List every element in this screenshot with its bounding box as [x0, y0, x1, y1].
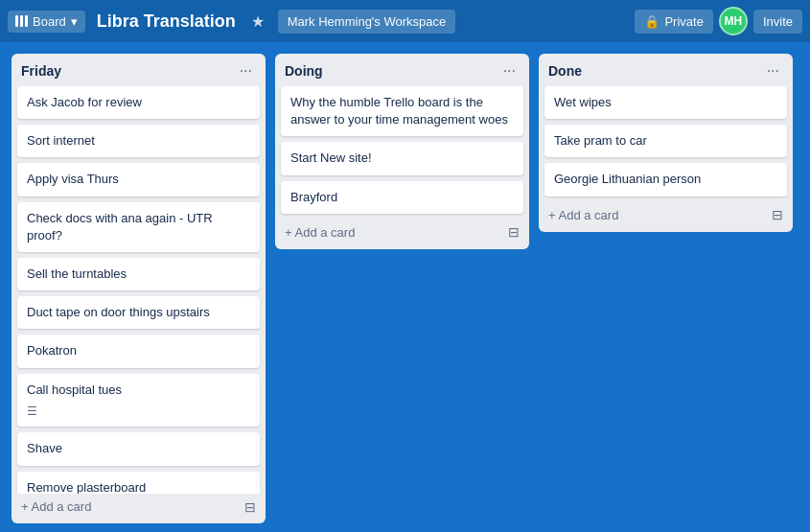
column-done: Done···Wet wipesTake pram to carGeorgie …	[539, 54, 793, 232]
card-text-c4: Check docs with ana again - UTR proof?	[27, 211, 213, 243]
column-menu-button-doing[interactable]: ···	[499, 61, 520, 81]
avatar[interactable]: MH	[719, 7, 748, 35]
board-area: Friday···Ask Jacob for reviewSort intern…	[0, 42, 810, 532]
card-d2[interactable]: Start New site!	[281, 142, 523, 174]
board-icon	[15, 15, 28, 27]
workspace-button[interactable]: Mark Hemming's Workspace	[278, 10, 456, 34]
column-title-friday: Friday	[21, 63, 61, 79]
add-card-footer-done: + Add a card⊟	[539, 202, 793, 232]
card-d3[interactable]: Brayford	[281, 181, 523, 214]
add-card-template-icon-done[interactable]: ⊟	[768, 205, 787, 224]
add-card-template-icon-doing[interactable]: ⊟	[504, 222, 523, 242]
card-text-c6: Duct tape on door things upstairs	[27, 305, 210, 319]
card-text-c10: Remove plasterboard	[27, 480, 146, 494]
add-card-footer-friday: + Add a card⊟	[12, 494, 266, 523]
column-menu-button-done[interactable]: ···	[763, 61, 783, 81]
board-title: Libra Translation	[91, 12, 242, 32]
card-c1[interactable]: Ask Jacob for review	[17, 86, 260, 119]
card-c8[interactable]: Call hospital tues☰	[17, 374, 260, 428]
card-c7[interactable]: Pokatron	[17, 335, 260, 367]
card-dn2[interactable]: Take pram to car	[544, 125, 787, 157]
add-card-template-icon-friday[interactable]: ⊟	[241, 497, 260, 517]
card-c6[interactable]: Duct tape on door things upstairs	[17, 296, 260, 329]
board-button[interactable]: Board ▾	[8, 11, 85, 33]
column-title-done: Done	[548, 63, 582, 79]
card-icon-row-c8: ☰	[27, 404, 250, 420]
invite-button[interactable]: Invite	[753, 10, 802, 34]
private-label: Private	[664, 14, 703, 29]
card-text-d3: Brayford	[290, 190, 337, 204]
board-label: Board	[33, 14, 66, 29]
card-text-c3: Apply visa Thurs	[27, 172, 119, 186]
card-text-c5: Sell the turntables	[27, 266, 127, 281]
cards-container-done: Wet wipesTake pram to carGeorgie Lithuan…	[539, 86, 793, 202]
card-text-c1: Ask Jacob for review	[27, 95, 142, 109]
add-card-button-friday[interactable]: + Add a card	[17, 496, 95, 518]
card-c5[interactable]: Sell the turntables	[17, 258, 260, 290]
description-icon: ☰	[27, 404, 37, 420]
card-text-d1: Why the humble Trello board is the answe…	[290, 95, 508, 127]
private-button[interactable]: 🔒 Private	[635, 10, 712, 34]
card-text-c7: Pokatron	[27, 343, 77, 358]
column-header-done: Done···	[539, 54, 793, 86]
card-c3[interactable]: Apply visa Thurs	[17, 163, 260, 196]
card-c2[interactable]: Sort internet	[17, 125, 260, 157]
card-text-c2: Sort internet	[27, 133, 95, 148]
add-card-button-doing[interactable]: + Add a card	[281, 221, 359, 243]
add-card-footer-doing: + Add a card⊟	[275, 220, 529, 249]
column-friday: Friday···Ask Jacob for reviewSort intern…	[12, 54, 266, 523]
card-dn3[interactable]: Georgie Lithuanian person	[544, 163, 787, 196]
card-text-d2: Start New site!	[290, 150, 372, 165]
topnav: Board ▾ Libra Translation ★ Mark Hemming…	[0, 0, 810, 42]
column-header-doing: Doing···	[275, 54, 529, 86]
column-header-friday: Friday···	[12, 54, 266, 86]
card-c10[interactable]: Remove plasterboard	[17, 472, 260, 494]
lock-icon: 🔒	[644, 14, 660, 29]
card-text-c9: Shave	[27, 441, 62, 455]
card-c4[interactable]: Check docs with ana again - UTR proof?	[17, 202, 260, 252]
card-dn1[interactable]: Wet wipes	[544, 86, 787, 119]
column-doing: Doing···Why the humble Trello board is t…	[275, 54, 529, 249]
card-d1[interactable]: Why the humble Trello board is the answe…	[281, 86, 523, 136]
column-menu-button-friday[interactable]: ···	[236, 61, 256, 81]
cards-container-doing: Why the humble Trello board is the answe…	[275, 86, 529, 220]
card-text-dn3: Georgie Lithuanian person	[554, 172, 701, 186]
chevron-down-icon: ▾	[71, 14, 78, 29]
card-c9[interactable]: Shave	[17, 432, 260, 465]
cards-container-friday: Ask Jacob for reviewSort internetApply v…	[12, 86, 266, 494]
column-title-doing: Doing	[285, 63, 323, 79]
card-text-dn1: Wet wipes	[554, 95, 612, 109]
add-card-button-done[interactable]: + Add a card	[544, 204, 622, 226]
card-text-c8: Call hospital tues	[27, 382, 122, 397]
star-button[interactable]: ★	[247, 11, 268, 33]
card-text-dn2: Take pram to car	[554, 133, 647, 148]
